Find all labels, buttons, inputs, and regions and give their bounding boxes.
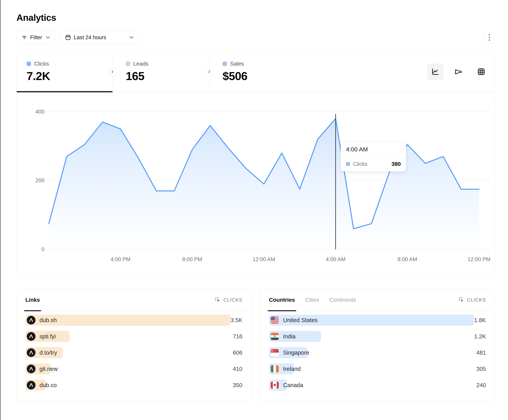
tab-cities-label: Cities [305,297,319,303]
page-title: Analytics [16,12,495,23]
tab-countries-label: Countries [269,297,295,303]
leads-value: 165 [126,69,209,83]
sales-legend-square [223,62,227,66]
canada-flag-icon [270,381,279,390]
clicks-chart[interactable]: 40020004:00 PM8:00 PM12:00 AM4:00 AM8:00… [17,92,495,278]
svg-text:0: 0 [41,246,45,252]
svg-text:8:00 AM: 8:00 AM [397,256,417,262]
tab-links-label: Links [25,297,40,303]
line-chart-icon [431,68,439,76]
country-row[interactable]: Singapore 481 [269,347,486,358]
dub-logo-icon [27,348,36,357]
expand-leads-button[interactable] [205,67,214,76]
india-flag-icon [270,332,279,341]
metric-tabs: Clicks 7.2K Leads 165 Sales $506 [17,51,495,92]
chart-type-switcher [427,51,495,92]
links-panel: Links CLICKS dub.sh 3.5K [16,289,251,402]
link-clicks-value: 606 [233,349,242,356]
country-row[interactable]: Ireland 305 [269,363,486,374]
country-row[interactable]: United States 1.8K [269,315,486,326]
toolbar: Filter Last 24 hours [16,31,495,44]
clicks-legend-square [346,162,350,166]
link-label: dub.sh [39,317,57,324]
funnel-view-button[interactable] [450,64,466,80]
tab-cities[interactable]: Cities [305,289,319,311]
tab-links[interactable]: Links [25,289,40,311]
tab-countries[interactable]: Countries [269,289,295,311]
link-label: dub.co [39,382,57,389]
country-clicks-value: 1.8K [474,317,486,324]
metric-label: Leads [133,61,148,67]
link-clicks-value: 410 [233,366,242,372]
link-clicks-value: 3.5K [231,317,242,324]
dub-logo-icon [27,381,36,390]
ireland-flag-icon [270,364,279,373]
link-clicks-value: 350 [233,382,242,389]
svg-text:200: 200 [36,178,45,184]
svg-text:400: 400 [36,109,45,115]
expand-clicks-button[interactable] [108,67,117,76]
kebab-menu-icon [488,34,490,41]
chevron-down-icon [46,36,50,39]
link-row[interactable]: d.to/try 606 [25,347,242,358]
metric-label: Clicks [34,61,49,67]
dub-logo-icon [27,316,36,325]
tooltip-time: 4:00 AM [341,142,406,157]
tab-leads[interactable]: Leads 165 [112,51,209,92]
window-edge-strip [0,0,0,420]
clicks-legend-square [27,62,31,66]
svg-text:12:00 PM: 12:00 PM [468,256,491,262]
country-clicks-value: 1.2K [474,333,486,340]
link-row[interactable]: dub.sh 3.5K [25,315,242,326]
link-clicks-value: 716 [233,333,242,340]
more-options-button[interactable] [484,32,495,43]
table-view-button[interactable] [473,64,489,80]
filter-button-label: Filter [30,35,42,41]
country-label: Singapore [283,349,309,356]
cursor-click-icon [458,297,464,303]
tab-clicks[interactable]: Clicks 7.2K [17,51,112,92]
countries-list: United States 1.8K India 1.2K [260,311,495,391]
country-clicks-value: 481 [477,349,486,356]
clicks-value: 7.2K [27,69,112,83]
cursor-click-icon [215,297,221,303]
tooltip-value: 380 [392,161,401,167]
funnel-chart-icon [454,68,462,76]
date-range-button[interactable]: Last 24 hours [60,31,139,44]
link-row[interactable]: git.new 410 [25,363,242,374]
link-label: spti.fyi [39,333,56,340]
link-row[interactable]: spti.fyi 716 [25,331,242,342]
chevron-right-icon [208,70,211,73]
leads-legend-square [126,62,130,66]
link-row[interactable]: dub.co 350 [25,380,242,391]
chevron-down-icon [129,36,134,39]
country-clicks-value: 240 [477,382,486,389]
svg-text:4:00 AM: 4:00 AM [326,256,345,262]
grid-table-icon [477,68,486,76]
calendar-icon [65,35,71,40]
country-label: Ireland [283,366,301,372]
countries-metric-selector[interactable]: CLICKS [458,297,486,303]
us-flag-icon [270,316,279,325]
country-clicks-value: 305 [477,366,486,372]
chevron-right-icon [111,70,114,73]
links-metric-selector[interactable]: CLICKS [215,297,242,303]
svg-text:12:00 AM: 12:00 AM [253,256,275,262]
sales-value: $506 [223,69,306,83]
links-list: dub.sh 3.5K spti.fyi 716 d.to/tr [17,311,251,391]
country-row[interactable]: India 1.2K [269,331,486,342]
tab-sales[interactable]: Sales $506 [209,51,306,92]
analytics-page: Analytics Filter Last 24 hours [16,0,495,402]
chart-tooltip: 4:00 AM Clicks 380 [341,142,406,171]
countries-metric-label: CLICKS [467,297,486,303]
country-label: Canada [283,382,303,389]
filter-button[interactable]: Filter [16,31,55,44]
country-row[interactable]: Canada 240 [269,380,486,391]
link-label: d.to/try [39,349,57,356]
tooltip-series-label: Clicks [353,161,367,167]
svg-text:8:00 PM: 8:00 PM [182,256,202,262]
analytics-card: Clicks 7.2K Leads 165 Sales $506 [16,51,495,278]
tab-continents[interactable]: Continents [329,289,356,311]
country-label: United States [283,317,318,324]
line-chart-view-button[interactable] [427,64,443,80]
